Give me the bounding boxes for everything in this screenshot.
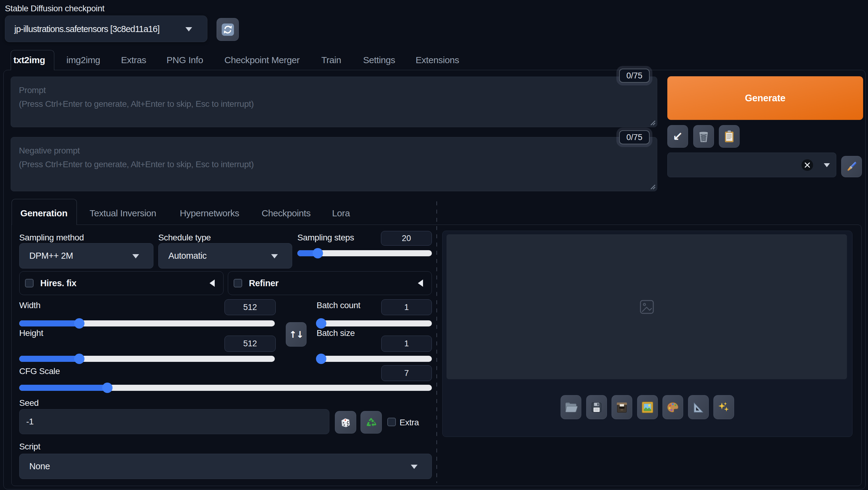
framed-picture-icon [641,401,654,414]
folder-icon [564,401,578,414]
close-icon [804,162,810,168]
tab-checkpoint-merger[interactable]: Checkpoint Merger [224,55,300,65]
seed-input[interactable]: -1 [19,409,330,434]
negative-placeholder-line1: Negative prompt [19,144,649,157]
batch-size-label: Batch size [317,328,355,338]
subtab-generation[interactable]: Generation [21,208,67,218]
checkpoint-dropdown[interactable]: jp-illustrations.safetensors [3c8ed11a16… [5,16,207,42]
result-image-area[interactable] [446,234,847,379]
batch-count-input[interactable]: 1 [381,299,432,315]
swap-icon: ↑↓ [289,329,303,340]
clipboard-icon [723,130,736,143]
slider-thumb[interactable] [316,318,326,329]
subtab-lora[interactable]: Lora [332,208,350,218]
column-separator [436,202,437,483]
triangular-ruler-icon [692,401,705,414]
edit-styles-button[interactable] [841,156,862,177]
apply-styles-button[interactable] [719,125,740,148]
extra-seed-label: Extra [400,418,419,427]
slider-thumb[interactable] [102,382,113,393]
upscale-button[interactable] [713,395,734,419]
paste-generation-params-button[interactable]: ↙ [667,125,688,148]
tab-txt2img[interactable]: txt2img [13,55,45,65]
width-input[interactable]: 512 [224,299,276,315]
slider-thumb[interactable] [74,318,85,329]
collapse-arrow-icon [418,279,423,287]
width-label: Width [19,301,40,310]
resize-handle-icon[interactable] [648,182,656,190]
sampling-steps-input[interactable]: 20 [381,231,432,246]
batch-count-slider[interactable] [317,319,432,328]
hires-fix-accordion[interactable]: Hires. fix [19,271,223,295]
chevron-down-icon [824,163,830,167]
cfg-scale-input[interactable]: 7 [381,365,432,381]
cfg-scale-slider[interactable] [19,383,432,392]
subtab-hypernetworks[interactable]: Hypernetworks [180,208,240,218]
dropdown-value: None [29,461,50,471]
extra-seed-checkbox[interactable] [388,418,396,426]
tab-settings[interactable]: Settings [363,55,395,65]
prompt-placeholder-line2: (Press Ctrl+Enter to generate, Alt+Enter… [19,97,649,111]
slider-track[interactable] [317,356,432,362]
random-seed-button[interactable] [335,411,356,434]
script-label: Script [19,442,40,452]
negative-prompt-token-counter: 0/75 [619,130,650,144]
tab-extras[interactable]: Extras [121,55,146,65]
subtab-checkpoints[interactable]: Checkpoints [262,208,311,218]
width-slider[interactable] [19,319,275,328]
schedule-type-label: Schedule type [158,233,211,243]
send-to-extras-button[interactable] [688,395,709,419]
chevron-down-icon [132,254,139,258]
floppy-disk-icon [590,401,603,414]
tab-extensions[interactable]: Extensions [416,55,459,65]
negative-prompt-textarea[interactable]: Negative prompt (Press Ctrl+Enter to gen… [11,137,657,191]
chevron-down-icon [411,465,417,469]
subtab-textual-inversion[interactable]: Textual Inversion [90,208,156,218]
sparkles-icon [717,401,730,414]
slider-thumb[interactable] [313,248,323,258]
seed-label: Seed [19,398,39,408]
refiner-checkbox[interactable] [234,279,242,287]
tab-train[interactable]: Train [321,55,341,65]
clear-prompt-button[interactable] [693,125,714,148]
slider-track[interactable] [317,320,432,327]
schedule-type-dropdown[interactable]: Automatic [158,243,292,269]
batch-count-label: Batch count [317,301,360,310]
chevron-down-icon [185,27,192,31]
resize-handle-icon[interactable] [648,118,656,126]
refresh-checkpoints-button[interactable] [217,18,239,41]
sampling-method-label: Sampling method [19,233,84,243]
save-zip-button[interactable] [612,395,632,419]
refresh-icon [221,23,235,37]
reuse-seed-button[interactable] [361,411,382,434]
height-label: Height [19,328,43,338]
send-to-inpaint-button[interactable] [662,395,683,419]
slider-fill [19,320,79,327]
slider-thumb[interactable] [74,354,85,364]
styles-dropdown[interactable] [667,153,836,177]
send-to-img2img-button[interactable] [637,395,658,419]
save-image-button[interactable] [586,395,607,419]
hires-fix-checkbox[interactable] [25,279,34,287]
accordion-title: Refiner [249,278,278,288]
refiner-accordion[interactable]: Refiner [228,271,432,295]
height-input[interactable]: 512 [224,336,276,352]
open-folder-button[interactable] [561,395,581,419]
tab-img2img[interactable]: img2img [66,55,100,65]
batch-size-input[interactable]: 1 [381,336,432,352]
tab-png-info[interactable]: PNG Info [166,55,203,65]
swap-dimensions-button[interactable]: ↑↓ [286,322,307,346]
prompt-textarea[interactable]: Prompt (Press Ctrl+Enter to generate, Al… [11,76,657,127]
height-slider[interactable] [19,354,275,363]
sampling-method-dropdown[interactable]: DPM++ 2M [19,243,153,269]
sampling-steps-slider[interactable] [298,249,432,258]
dropdown-value: DPM++ 2M [29,251,73,261]
script-dropdown[interactable]: None [19,454,432,479]
generate-button[interactable]: Generate [667,76,863,120]
chevron-down-icon [271,254,278,258]
batch-size-slider[interactable] [317,354,432,363]
clear-styles-button[interactable] [802,159,813,171]
cfg-scale-label: CFG Scale [19,366,60,376]
stable-diffusion-webui: Stable Diffusion checkpoint jp-illustrat… [0,0,868,490]
slider-thumb[interactable] [316,354,326,364]
